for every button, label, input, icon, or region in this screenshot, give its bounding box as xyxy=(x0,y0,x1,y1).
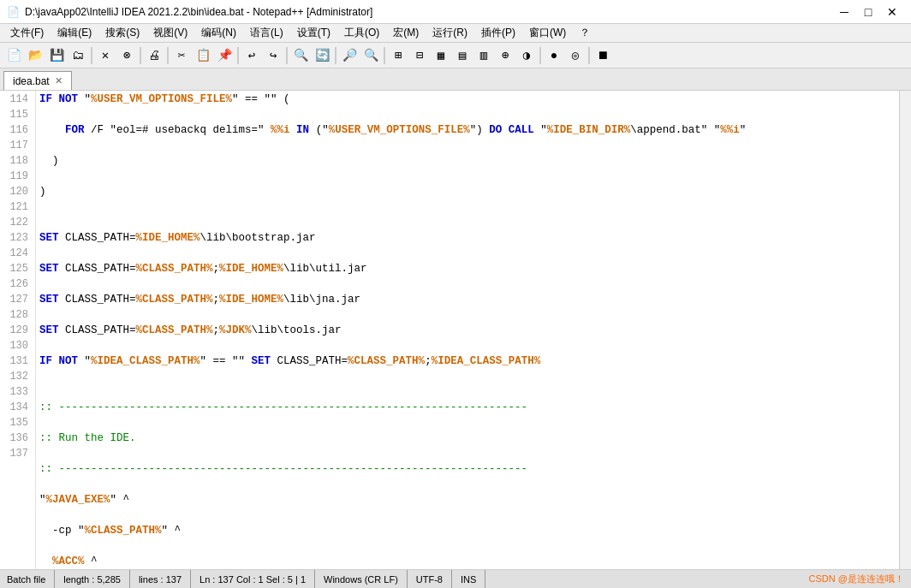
menu-view[interactable]: 视图(V) xyxy=(146,24,194,43)
ln-116: 116 xyxy=(3,122,28,138)
menu-bar: 文件(F) 编辑(E) 搜索(S) 视图(V) 编码(N) 语言(L) 设置(T… xyxy=(0,24,911,43)
toolbar-sep-5 xyxy=(286,47,288,64)
status-line-ending: Windows (CR LF) xyxy=(315,570,408,588)
menu-language[interactable]: 语言(L) xyxy=(243,24,290,43)
status-ins: INS xyxy=(452,570,485,588)
ln-114: 114 xyxy=(3,92,28,107)
ln-126: 126 xyxy=(3,276,28,292)
code-line-119: SET CLASS_PATH=%IDE_HOME%\lib\bootstrap.… xyxy=(39,230,896,246)
status-length: length : 5,285 xyxy=(55,570,130,588)
code-content[interactable]: IF NOT "%USER_VM_OPTIONS_FILE%" == "" ( … xyxy=(36,91,899,569)
code-line-129: -cp "%CLASS_PATH%" ^ xyxy=(39,523,896,538)
vertical-scrollbar[interactable] xyxy=(899,91,911,569)
title-text: D:\javaApp02\IntelliJ IDEA 2021.2.2\bin\… xyxy=(25,6,372,18)
ln-130: 130 xyxy=(3,338,28,353)
toolbar-b8[interactable]: ● xyxy=(544,45,564,66)
ln-127: 127 xyxy=(3,292,28,307)
ln-117: 117 xyxy=(3,138,28,153)
toolbar-cut[interactable]: ✂ xyxy=(171,45,192,66)
title-bar: 📄 D:\javaApp02\IntelliJ IDEA 2021.2.2\bi… xyxy=(0,0,911,24)
minimize-button[interactable]: ─ xyxy=(832,0,856,24)
toolbar-sep-4 xyxy=(237,47,239,64)
menu-encoding[interactable]: 编码(N) xyxy=(194,24,243,43)
toolbar-b9[interactable]: ◎ xyxy=(565,45,586,66)
ln-134: 134 xyxy=(3,400,28,415)
ln-119: 119 xyxy=(3,169,28,184)
toolbar-print[interactable]: 🖨 xyxy=(144,45,164,66)
tab-idea-bat[interactable]: idea.bat ✕ xyxy=(3,71,72,90)
toolbar-b1[interactable]: ⊞ xyxy=(388,45,408,66)
ln-135: 135 xyxy=(3,415,28,431)
status-position: Ln : 137 Col : 1 Sel : 5 | 1 xyxy=(191,570,315,588)
close-button[interactable]: ✕ xyxy=(880,0,904,24)
menu-file[interactable]: 文件(F) xyxy=(3,24,51,43)
maximize-button[interactable]: □ xyxy=(856,0,880,24)
toolbar-sep-8 xyxy=(539,47,541,64)
ln-120: 120 xyxy=(3,184,28,199)
toolbar-redo[interactable]: ↪ xyxy=(263,45,283,66)
status-lines: lines : 137 xyxy=(130,570,191,588)
title-bar-controls: ─ □ ✕ xyxy=(832,0,904,24)
tab-bar: idea.bat ✕ xyxy=(0,68,911,91)
ln-136: 136 xyxy=(3,431,28,446)
status-filetype: Batch file xyxy=(7,570,55,588)
toolbar-b4[interactable]: ▤ xyxy=(452,45,473,66)
toolbar-b10[interactable]: ⏹ xyxy=(592,45,613,66)
code-line-121: SET CLASS_PATH=%CLASS_PATH%;%IDE_HOME%\l… xyxy=(39,292,896,307)
toolbar-paste[interactable]: 📌 xyxy=(214,45,235,66)
toolbar-sep-6 xyxy=(335,47,336,64)
menu-help[interactable]: ？ xyxy=(573,24,597,43)
code-line-114: IF NOT "%USER_VM_OPTIONS_FILE%" == "" ( xyxy=(39,92,896,107)
status-bar: Batch file length : 5,285 lines : 137 Ln… xyxy=(0,569,911,588)
toolbar-open[interactable]: 📂 xyxy=(25,45,45,66)
toolbar-sep-2 xyxy=(140,47,141,64)
title-bar-left: 📄 D:\javaApp02\IntelliJ IDEA 2021.2.2\bi… xyxy=(7,6,372,18)
toolbar-close[interactable]: ✕ xyxy=(95,45,116,66)
menu-search[interactable]: 搜索(S) xyxy=(98,24,146,43)
toolbar-b2[interactable]: ⊟ xyxy=(409,45,430,66)
toolbar-replace[interactable]: 🔄 xyxy=(312,45,332,66)
app-icon: 📄 xyxy=(7,6,20,18)
ln-123: 123 xyxy=(3,230,28,246)
code-line-127: :: -------------------------------------… xyxy=(39,461,896,477)
ln-137: 137 xyxy=(3,446,28,461)
toolbar-sep-1 xyxy=(91,47,92,64)
ln-125: 125 xyxy=(3,261,28,276)
menu-tools[interactable]: 工具(O) xyxy=(337,24,386,43)
toolbar-copy[interactable]: 📋 xyxy=(193,45,213,66)
code-line-126: :: Run the IDE. xyxy=(39,431,896,446)
toolbar-sep-7 xyxy=(384,47,385,64)
code-line-122: SET CLASS_PATH=%CLASS_PATH%;%JDK%\lib\to… xyxy=(39,323,896,338)
status-encoding: UTF-8 xyxy=(408,570,452,588)
tab-label: idea.bat xyxy=(13,75,50,87)
toolbar-b6[interactable]: ⊕ xyxy=(495,45,515,66)
menu-macro[interactable]: 宏(M) xyxy=(386,24,426,43)
code-line-125: :: -------------------------------------… xyxy=(39,400,896,415)
ln-133: 133 xyxy=(3,384,28,400)
code-line-128: "%JAVA_EXE%" ^ xyxy=(39,492,896,508)
toolbar-undo[interactable]: ↩ xyxy=(241,45,262,66)
toolbar-zoom-in[interactable]: 🔎 xyxy=(339,45,360,66)
menu-window[interactable]: 窗口(W) xyxy=(522,24,573,43)
menu-run[interactable]: 运行(R) xyxy=(426,24,474,43)
toolbar: 📄 📂 💾 🗂 ✕ ⊗ 🖨 ✂ 📋 📌 ↩ ↪ 🔍 🔄 🔎 🔍 ⊞ ⊟ ▦ ▤ … xyxy=(0,43,911,68)
toolbar-b3[interactable]: ▦ xyxy=(431,45,451,66)
menu-plugins[interactable]: 插件(P) xyxy=(474,24,522,43)
toolbar-find[interactable]: 🔍 xyxy=(290,45,311,66)
toolbar-new[interactable]: 📄 xyxy=(3,45,24,66)
menu-edit[interactable]: 编辑(E) xyxy=(51,24,98,43)
toolbar-closeall[interactable]: ⊗ xyxy=(116,45,137,66)
code-line-130: %ACC% ^ xyxy=(39,554,896,569)
toolbar-save[interactable]: 💾 xyxy=(46,45,67,66)
toolbar-b7[interactable]: ◑ xyxy=(516,45,537,66)
ln-129: 129 xyxy=(3,323,28,338)
menu-settings[interactable]: 设置(T) xyxy=(290,24,337,43)
toolbar-sep-3 xyxy=(167,47,169,64)
ln-131: 131 xyxy=(3,353,28,369)
tab-close-icon[interactable]: ✕ xyxy=(55,75,63,86)
ln-124: 124 xyxy=(3,246,28,261)
toolbar-b5[interactable]: ▥ xyxy=(473,45,494,66)
ln-118: 118 xyxy=(3,153,28,169)
toolbar-zoom-out[interactable]: 🔍 xyxy=(360,45,381,66)
toolbar-saveall[interactable]: 🗂 xyxy=(68,45,88,66)
